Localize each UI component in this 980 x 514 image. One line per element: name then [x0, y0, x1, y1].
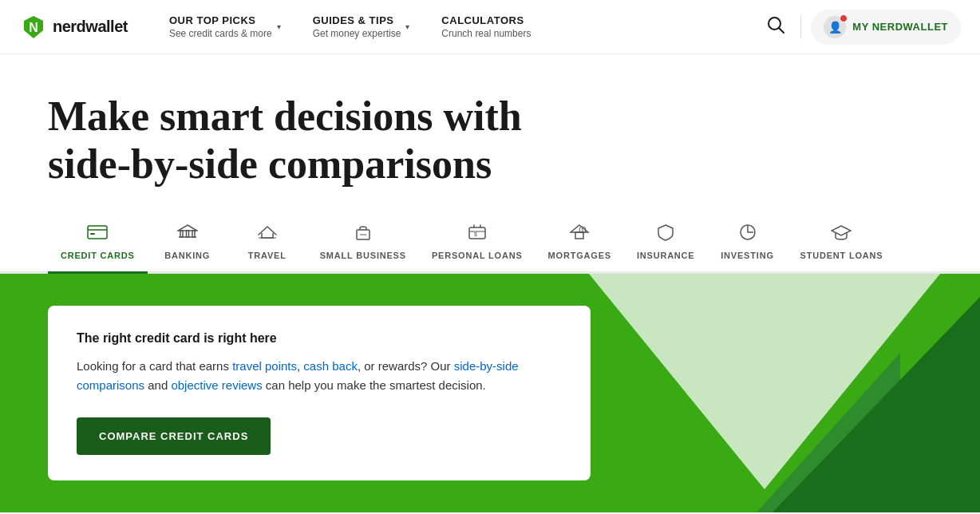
small-business-icon [353, 223, 373, 244]
svg-line-3 [780, 29, 784, 34]
nav-guides-title: GUIDES & TIPS [313, 14, 401, 26]
svg-text:$: $ [582, 227, 584, 232]
nav-calculators-subtitle: Crunch real numbers [441, 28, 531, 39]
svg-point-2 [769, 18, 780, 30]
reviews-link[interactable]: objective reviews [171, 378, 262, 392]
card-title: The right credit card is right here [77, 331, 562, 346]
cat-mortgages[interactable]: $ MORTGAGES [535, 214, 624, 271]
insurance-icon [655, 223, 676, 244]
header: N nerdwallet OUR TOP PICKS See credit ca… [0, 0, 980, 54]
cat-personal-loans[interactable]: $ PERSONAL LOANS [419, 214, 535, 271]
nav-top-picks-title: OUR TOP PICKS [169, 14, 272, 26]
nav-item-guides[interactable]: GUIDES & TIPS Get money expertise ▾ [297, 0, 426, 54]
card-body: Looking for a card that earns travel poi… [77, 357, 562, 395]
cat-student-loans-label: STUDENT LOANS [800, 251, 883, 260]
svg-rect-10 [192, 231, 195, 237]
svg-text:$: $ [474, 231, 477, 237]
cat-investing-label: INVESTING [721, 251, 774, 260]
header-right: 👤 MY NERDWALLET [761, 10, 961, 45]
svg-rect-6 [90, 233, 95, 235]
hero-headline: Make smart decisions with side-by-side c… [48, 93, 607, 188]
svg-marker-23 [832, 226, 851, 235]
cat-banking[interactable]: BANKING [148, 214, 227, 271]
cat-small-business[interactable]: SMALL BUSINESS [307, 214, 419, 271]
comparisons-link[interactable]: side-by-side comparisons [77, 359, 519, 392]
nav-guides-chevron: ▾ [405, 22, 409, 31]
category-nav: CREDIT CARDS BANKING TRAVEL [0, 214, 980, 274]
svg-rect-9 [186, 231, 188, 237]
svg-rect-4 [88, 226, 107, 239]
personal-loans-icon: $ [467, 223, 488, 244]
cat-investing[interactable]: INVESTING [708, 214, 788, 271]
svg-rect-15 [469, 227, 485, 239]
nav-item-calculators[interactable]: CALCULATORS Crunch real numbers [425, 0, 547, 54]
cat-banking-label: BANKING [164, 251, 210, 260]
main-nav: OUR TOP PICKS See credit cards & more ▾ … [153, 0, 761, 54]
cat-personal-loans-label: PERSONAL LOANS [432, 251, 523, 260]
search-button[interactable] [761, 10, 791, 44]
header-divider [800, 15, 801, 39]
avatar-badge [840, 14, 848, 22]
hero-section: Make smart decisions with side-by-side c… [0, 54, 980, 214]
cat-student-loans[interactable]: STUDENT LOANS [788, 214, 896, 271]
cash-back-link[interactable]: cash back [303, 359, 358, 373]
nav-top-picks-chevron: ▾ [277, 22, 281, 31]
compare-button[interactable]: COMPARE CREDIT CARDS [77, 417, 271, 455]
nav-calculators-title: CALCULATORS [441, 14, 531, 26]
investing-icon [737, 223, 758, 244]
cat-credit-cards-label: CREDIT CARDS [61, 251, 135, 260]
cat-insurance[interactable]: INSURANCE [624, 214, 708, 271]
nerdwallet-logo-icon: N [19, 13, 48, 42]
cat-insurance-label: INSURANCE [637, 251, 695, 260]
cat-travel[interactable]: TRAVEL [227, 214, 307, 271]
student-loans-icon [831, 223, 852, 244]
mortgages-icon: $ [569, 223, 590, 244]
logo-link[interactable]: N nerdwallet [19, 13, 128, 42]
cat-mortgages-label: MORTGAGES [548, 251, 611, 260]
cat-travel-label: TRAVEL [248, 251, 286, 260]
banking-icon [177, 223, 198, 244]
green-section: The right credit card is right here Look… [0, 274, 980, 512]
triangle-dark [773, 297, 980, 512]
logo-text: nerdwallet [53, 18, 128, 36]
cat-small-business-label: SMALL BUSINESS [320, 251, 406, 260]
svg-marker-7 [178, 225, 197, 231]
travel-points-link[interactable]: travel points [232, 359, 297, 373]
decorative-triangles [581, 274, 980, 512]
nav-item-top-picks[interactable]: OUR TOP PICKS See credit cards & more ▾ [153, 0, 297, 54]
search-icon [767, 16, 784, 34]
credit-cards-icon [87, 223, 108, 244]
avatar-icon: 👤 [824, 16, 846, 38]
travel-icon [257, 223, 278, 244]
my-nerdwallet-label: MY NERDWALLET [852, 21, 948, 33]
cat-credit-cards[interactable]: CREDIT CARDS [48, 214, 148, 274]
nav-top-picks-subtitle: See credit cards & more [169, 28, 272, 39]
svg-rect-8 [180, 231, 183, 237]
info-card: The right credit card is right here Look… [48, 306, 591, 480]
nav-guides-subtitle: Get money expertise [313, 28, 401, 39]
my-nerdwallet-button[interactable]: 👤 MY NERDWALLET [811, 10, 961, 45]
svg-text:N: N [29, 21, 38, 34]
